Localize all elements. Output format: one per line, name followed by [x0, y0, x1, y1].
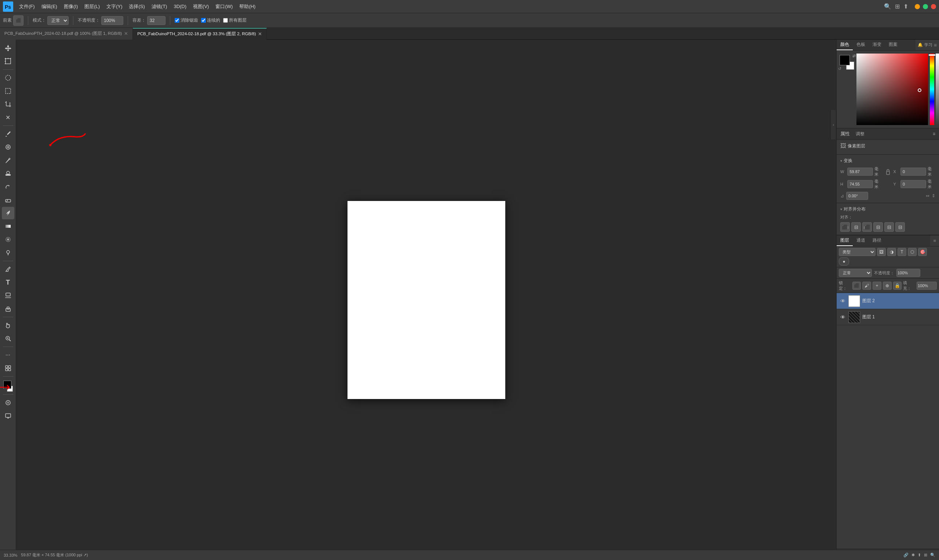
brush-tool[interactable]	[2, 154, 14, 166]
align-left[interactable]: ⬛|	[840, 222, 850, 232]
lock-artboard[interactable]: ⊕	[883, 282, 892, 290]
stamp-tool[interactable]	[2, 167, 14, 180]
tab-layer1[interactable]: PCB_FabDuinoPTH_2024-02-18.pdf @ 100% (图…	[0, 28, 133, 40]
layer-item-2[interactable]: 👁 图层 2	[837, 293, 939, 309]
fill-value[interactable]	[917, 282, 937, 290]
move-tool[interactable]	[2, 42, 14, 54]
contiguous-checkbox[interactable]: 连续的	[201, 17, 220, 23]
window-maximize[interactable]	[923, 4, 928, 9]
tab-gradient[interactable]: 渐变	[869, 40, 885, 50]
frame-tool[interactable]: ✕	[2, 111, 14, 124]
shape-tool[interactable]	[2, 303, 14, 315]
lock-paint[interactable]: 🖌	[862, 282, 871, 290]
artboard-tool[interactable]	[2, 55, 14, 68]
screen-mode[interactable]	[2, 410, 14, 422]
menu-edit[interactable]: 编辑(E)	[39, 2, 60, 11]
filter-smart[interactable]: 🎯	[918, 248, 927, 256]
align-top[interactable]: ⊟	[873, 222, 883, 232]
align-header[interactable]: ▾ 对齐并分布	[840, 206, 935, 212]
filter-pixel[interactable]: 🖼	[877, 248, 886, 256]
path-tool[interactable]	[2, 289, 14, 302]
menu-layer[interactable]: 图层(L)	[82, 2, 103, 11]
tab-close-1[interactable]: ✕	[124, 31, 128, 36]
tab-channels[interactable]: 通道	[853, 235, 869, 246]
menu-image[interactable]: 图像(I)	[61, 2, 81, 11]
menu-3d[interactable]: 3D(D)	[171, 2, 189, 11]
menu-help[interactable]: 帮助(H)	[236, 2, 258, 11]
arrange-icon[interactable]: ⊞	[895, 3, 900, 10]
lock-position[interactable]: +	[873, 282, 881, 290]
pixel-layer-header[interactable]: 🖼 像素图层	[840, 143, 935, 149]
tab-close-2[interactable]: ✕	[258, 31, 262, 37]
color-gradient-container[interactable]	[856, 54, 928, 125]
w-input[interactable]	[847, 168, 873, 176]
align-right[interactable]: |⬛	[862, 222, 872, 232]
transform-header[interactable]: ▾ 变换	[840, 158, 935, 164]
search-icon[interactable]: 🔍	[884, 3, 891, 10]
crop-tool[interactable]	[2, 98, 14, 111]
menu-file[interactable]: 文件(F)	[16, 2, 38, 11]
foreground-color[interactable]	[3, 381, 11, 389]
layer-vis-2[interactable]: 👁	[840, 298, 846, 305]
layer-item-1[interactable]: 👁 图层 1	[837, 309, 939, 325]
window-minimize[interactable]	[915, 4, 920, 9]
lasso-tool[interactable]	[2, 72, 14, 84]
tab-layers[interactable]: 图层	[837, 235, 853, 246]
flip-v-icon[interactable]: ⇕	[932, 193, 935, 198]
menu-filter[interactable]: 滤镜(T)	[149, 2, 170, 11]
color-swatch[interactable]	[2, 380, 14, 392]
gradient-tool[interactable]	[2, 220, 14, 232]
eyedropper-tool[interactable]	[2, 128, 14, 140]
mode-select[interactable]: 正常	[47, 16, 69, 25]
tab-paths[interactable]: 路径	[869, 235, 885, 246]
more-tools[interactable]: ···	[2, 349, 14, 361]
marquee-tool[interactable]	[2, 85, 14, 97]
brush-picker[interactable]: ⬛	[13, 15, 23, 26]
align-center-v[interactable]: ⊟	[884, 222, 894, 232]
all-layers-checkbox[interactable]: 所有图层	[223, 17, 247, 23]
foreground-swatch[interactable]	[840, 55, 850, 65]
quick-mask[interactable]	[2, 397, 14, 409]
panel-menu-icon[interactable]: ≡	[934, 42, 937, 48]
dodge-tool[interactable]	[2, 246, 14, 259]
tolerance-input[interactable]	[147, 16, 165, 25]
layer-type-filter[interactable]: 类型	[839, 248, 876, 256]
hue-slider[interactable]	[930, 54, 934, 125]
heal-tool[interactable]	[2, 141, 14, 153]
align-center-h[interactable]: ⊟	[851, 222, 861, 232]
lock-pixels[interactable]: ⬛	[853, 282, 861, 290]
layers-panel-menu[interactable]: ≡	[930, 238, 939, 243]
anti-alias-checkbox[interactable]: 消除锯齿	[175, 17, 198, 23]
learn-label[interactable]: 学习	[924, 42, 933, 48]
y-input[interactable]	[900, 180, 926, 188]
tab-pattern[interactable]: 图案	[885, 40, 901, 50]
props-close[interactable]: ≡	[933, 131, 935, 137]
history-brush[interactable]	[2, 180, 14, 193]
color-gradient-cursor[interactable]	[918, 88, 921, 92]
tab-color[interactable]: 颜色	[837, 40, 853, 50]
h-input[interactable]	[847, 180, 873, 188]
filter-text[interactable]: T	[897, 248, 907, 256]
color-gradient[interactable]	[856, 54, 928, 125]
lock-all[interactable]: 🔒	[893, 282, 902, 290]
menu-text[interactable]: 文字(Y)	[103, 2, 125, 11]
transform-lock[interactable]	[884, 168, 892, 175]
swap-colors[interactable]: ⇄	[853, 54, 856, 58]
align-bottom[interactable]: ⊟	[895, 222, 905, 232]
share-icon[interactable]: ⬆	[904, 3, 908, 10]
tab-layer2[interactable]: PCB_FabDuinoPTH_2024-02-18.pdf @ 33.3% (…	[133, 28, 267, 40]
tab-swatches[interactable]: 色板	[853, 40, 869, 50]
filter-adj[interactable]: ◑	[887, 248, 896, 256]
angle-input[interactable]	[846, 192, 868, 200]
text-tool[interactable]: T	[2, 276, 14, 289]
zoom-tool[interactable]	[2, 332, 14, 345]
learn-icon[interactable]: 🔔	[918, 43, 923, 47]
window-close[interactable]	[931, 4, 936, 9]
filter-shape[interactable]: ⬡	[908, 248, 917, 256]
eraser-tool[interactable]	[2, 194, 14, 206]
menu-view[interactable]: 视图(V)	[190, 2, 212, 11]
flip-h-icon[interactable]: ⇔	[926, 193, 930, 198]
pen-tool[interactable]	[2, 263, 14, 275]
filter-toggle[interactable]: ●	[839, 257, 849, 266]
blend-mode-select[interactable]: 正常	[839, 269, 872, 277]
